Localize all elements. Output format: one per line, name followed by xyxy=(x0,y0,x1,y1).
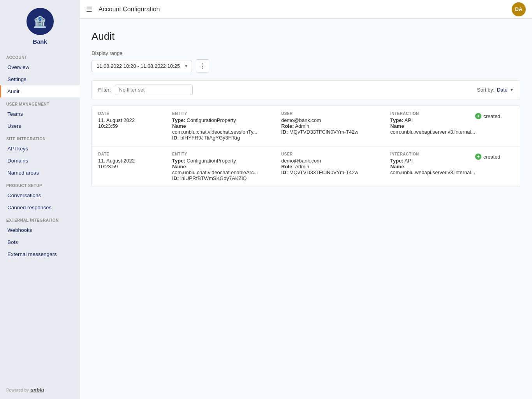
sidebar-item-users[interactable]: Users xyxy=(0,120,80,132)
content-area: Audit Display range 11.08.2022 10:20 - 1… xyxy=(80,19,532,399)
logo-circle: 🏦 xyxy=(26,8,54,35)
user-id-1: ID: MQvTVD33TFClN0VYm-T42w xyxy=(281,169,390,175)
unblu-logo: unblu xyxy=(30,387,44,393)
avatar[interactable]: DA xyxy=(512,2,526,16)
sidebar-item-webhooks[interactable]: Webhooks xyxy=(0,224,80,236)
sort-by: Sort by: Date ▼ xyxy=(477,87,514,93)
display-range-label: Display range xyxy=(92,50,520,56)
interaction-col-0: INTERACTION Type: API Name com.unblu.web… xyxy=(390,111,475,135)
sidebar-item-named-areas[interactable]: Named areas xyxy=(0,167,80,179)
sort-value[interactable]: Date xyxy=(497,87,507,93)
main-area: ☰ Account Configuration DA Audit Display… xyxy=(80,0,532,399)
entity-name-val-0: com.unblu.chat.videochat.sessionTy... xyxy=(172,129,281,135)
user-role-0: Role: Admin xyxy=(281,123,390,129)
range-controls: 11.08.2022 10:20 - 11.08.2022 10:25 ⋮ xyxy=(92,59,520,72)
date-header-0: DATE xyxy=(98,111,172,116)
filter-input[interactable] xyxy=(115,85,193,95)
entity-header-1: ENTITY xyxy=(172,152,281,156)
user-email-1: demo@bank.com xyxy=(281,158,390,164)
sidebar-item-audit[interactable]: Audit xyxy=(0,85,80,97)
sidebar-item-overview[interactable]: Overview xyxy=(0,61,80,73)
sort-chevron-icon[interactable]: ▼ xyxy=(510,88,514,92)
interaction-col-1: INTERACTION Type: API Name com.unblu.web… xyxy=(390,152,475,175)
user-id-0: ID: MQvTVD33TFClN0VYm-T42w xyxy=(281,129,390,135)
filter-label: Filter: xyxy=(98,87,111,93)
entity-col-1: ENTITY Type: ConfigurationProperty Name … xyxy=(172,152,281,181)
badge-label-0: created xyxy=(483,113,500,119)
sidebar-section-label-product-setup: Product Setup xyxy=(0,179,80,189)
sidebar-section-label-account: Account xyxy=(0,51,80,61)
sidebar-item-bots[interactable]: Bots xyxy=(0,236,80,248)
user-email-0: demo@bank.com xyxy=(281,117,390,123)
entity-name-label-0: Name xyxy=(172,123,281,129)
sidebar: 🏦 Bank AccountOverviewSettingsAuditUser … xyxy=(0,0,80,399)
date-value-1: 11. August 202210:23:59 xyxy=(98,158,172,169)
interaction-name-val-1: com.unblu.webapi.server.v3.internal... xyxy=(390,169,475,175)
created-dot-0: + xyxy=(475,113,481,119)
created-badge-0: + created xyxy=(475,113,520,119)
interaction-name-label-0: Name xyxy=(390,123,475,129)
date-header-1: DATE xyxy=(98,152,172,156)
date-value-0: 11. August 202210:23:59 xyxy=(98,117,172,129)
entity-id-1: ID: ihlUPRfBTWmSKGdy7AKZiQ xyxy=(172,175,281,181)
interaction-name-label-1: Name xyxy=(390,164,475,169)
created-badge-1: + created xyxy=(475,154,520,160)
audit-table: DATE 11. August 202210:23:59 ENTITY Type… xyxy=(92,106,520,187)
filter-bar: Filter: Sort by: Date ▼ xyxy=(92,80,520,99)
header-title: Account Configuration xyxy=(99,6,506,13)
sidebar-logo: 🏦 Bank xyxy=(0,0,80,51)
table-row: DATE 11. August 202210:23:59 ENTITY Type… xyxy=(92,106,520,147)
sort-by-label: Sort by: xyxy=(477,87,495,93)
user-header-1: USER xyxy=(281,152,390,156)
app-name: Bank xyxy=(33,38,47,45)
powered-by-label: Powered by xyxy=(6,388,29,392)
sidebar-section-label-external-integration: External Integration xyxy=(0,214,80,224)
entity-header-0: ENTITY xyxy=(172,111,281,116)
date-range-select[interactable]: 11.08.2022 10:20 - 11.08.2022 10:25 xyxy=(92,60,192,72)
sidebar-item-teams[interactable]: Teams xyxy=(0,108,80,120)
entity-type-1: Type: ConfigurationProperty xyxy=(172,158,281,164)
created-dot-1: + xyxy=(475,154,481,160)
sidebar-item-conversations[interactable]: Conversations xyxy=(0,189,80,201)
interaction-header-0: INTERACTION xyxy=(390,111,475,116)
entity-col-0: ENTITY Type: ConfigurationProperty Name … xyxy=(172,111,281,141)
user-role-1: Role: Admin xyxy=(281,164,390,169)
badge-label-1: created xyxy=(483,154,500,160)
hamburger-icon[interactable]: ☰ xyxy=(86,5,92,14)
sidebar-item-domains[interactable]: Domains xyxy=(0,155,80,167)
table-row: DATE 11. August 202210:23:59 ENTITY Type… xyxy=(92,147,520,187)
sidebar-section-label-user-management: User Management xyxy=(0,97,80,108)
sidebar-sections: AccountOverviewSettingsAuditUser Managem… xyxy=(0,51,80,260)
interaction-type-1: Type: API xyxy=(390,158,475,164)
page-title: Audit xyxy=(92,30,520,42)
entity-id-0: ID: bIHYFR9JTtiAgYGy3FfKig xyxy=(172,135,281,141)
range-select-wrapper: 11.08.2022 10:20 - 11.08.2022 10:25 xyxy=(92,60,192,72)
entity-name-val-1: com.unblu.chat.videochat.enableArc... xyxy=(172,169,281,175)
user-col-1: USER demo@bank.com Role: Admin ID: MQvTV… xyxy=(281,152,390,175)
more-options-button[interactable]: ⋮ xyxy=(196,59,209,72)
interaction-header-1: INTERACTION xyxy=(390,152,475,156)
entity-type-0: Type: ConfigurationProperty xyxy=(172,117,281,123)
user-col-0: USER demo@bank.com Role: Admin ID: MQvTV… xyxy=(281,111,390,135)
interaction-type-0: Type: API xyxy=(390,117,475,123)
sidebar-item-settings[interactable]: Settings xyxy=(0,73,80,85)
badge-col-0: + created xyxy=(475,111,520,119)
sidebar-item-external-messengers[interactable]: External messengers xyxy=(0,248,80,260)
interaction-name-val-0: com.unblu.webapi.server.v3.internal... xyxy=(390,129,475,135)
sidebar-item-canned-responses[interactable]: Canned responses xyxy=(0,201,80,214)
date-col-1: DATE 11. August 202210:23:59 xyxy=(98,152,172,169)
badge-col-1: + created xyxy=(475,152,520,160)
bank-icon: 🏦 xyxy=(33,15,47,28)
header: ☰ Account Configuration DA xyxy=(80,0,532,19)
sidebar-footer: Powered by unblu xyxy=(0,381,80,399)
date-col-0: DATE 11. August 202210:23:59 xyxy=(98,111,172,129)
sidebar-item-api-keys[interactable]: API keys xyxy=(0,143,80,155)
user-header-0: USER xyxy=(281,111,390,116)
sidebar-section-label-site-integration: Site Integration xyxy=(0,132,80,143)
entity-name-label-1: Name xyxy=(172,164,281,169)
